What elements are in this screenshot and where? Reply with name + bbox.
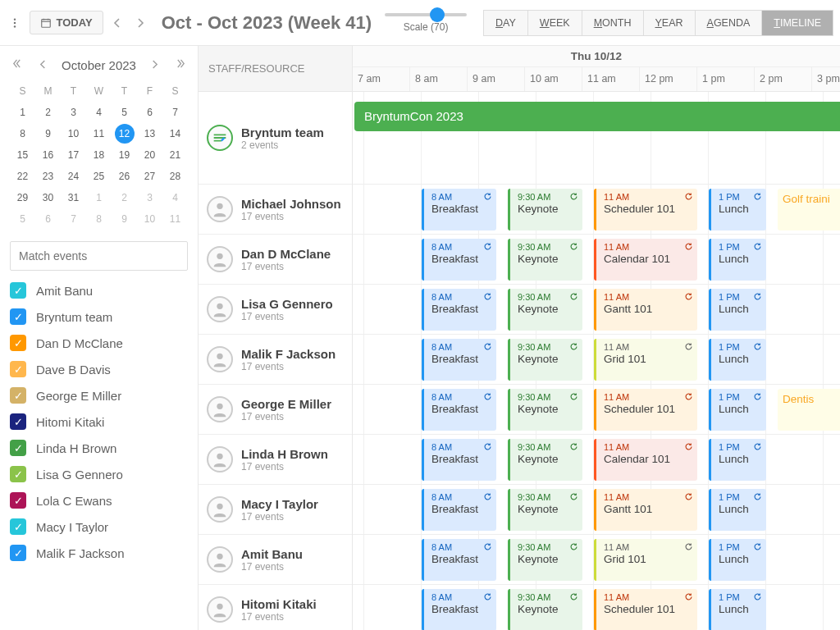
- event[interactable]: 1 PMLunch: [709, 289, 766, 331]
- event[interactable]: 8 AMBreakfast: [422, 539, 496, 581]
- event[interactable]: 11 AMGantt 101: [594, 289, 697, 331]
- view-tab-timeline[interactable]: TIMELINE: [762, 10, 833, 36]
- mini-calendar[interactable]: SMTWTFS123456789101112131415161718192021…: [10, 80, 188, 230]
- event[interactable]: 8 AMBreakfast: [422, 289, 496, 331]
- mini-cal-day[interactable]: 31: [61, 187, 86, 208]
- mini-cal-day[interactable]: 6: [35, 208, 61, 230]
- view-tab-month[interactable]: MONTH: [582, 10, 644, 36]
- mini-cal-day[interactable]: 28: [162, 166, 188, 187]
- event[interactable]: 9:30 AMKeynote: [508, 289, 582, 331]
- resource-row[interactable]: Linda H Brown17 events: [199, 435, 352, 485]
- event[interactable]: 1 PMLunch: [709, 189, 766, 231]
- mini-cal-day[interactable]: 22: [10, 166, 35, 187]
- event[interactable]: 11 AMScheduler 101: [594, 589, 697, 630]
- resource-row[interactable]: Lisa G Gennero17 events: [199, 285, 352, 335]
- mini-cal-day[interactable]: 10: [61, 123, 86, 144]
- event[interactable]: 9:30 AMKeynote: [508, 589, 582, 630]
- resource-row[interactable]: Michael Johnson17 events: [199, 185, 352, 235]
- mini-cal-day[interactable]: 11: [86, 123, 112, 144]
- resource-row[interactable]: Macy I Taylor17 events: [199, 485, 352, 535]
- event[interactable]: 1 PMLunch: [709, 389, 766, 431]
- filter-item[interactable]: Dan D McClane: [10, 335, 188, 351]
- resource-row[interactable]: Dan D McClane17 events: [199, 235, 352, 285]
- menu-button[interactable]: [7, 10, 23, 36]
- mini-cal-day[interactable]: 30: [35, 187, 61, 208]
- event[interactable]: 11 AMScheduler 101: [594, 389, 697, 431]
- mini-cal-day[interactable]: 27: [137, 166, 162, 187]
- prev-year-button[interactable]: [10, 56, 24, 74]
- event[interactable]: 8 AMBreakfast: [422, 189, 496, 231]
- mini-cal-day[interactable]: 8: [10, 123, 35, 144]
- mini-cal-day[interactable]: 13: [137, 123, 162, 144]
- filter-item[interactable]: Linda H Brown: [10, 440, 188, 456]
- filter-item[interactable]: Lola C Ewans: [10, 492, 188, 509]
- mini-cal-day[interactable]: 19: [112, 144, 137, 166]
- mini-cal-day[interactable]: 29: [10, 187, 35, 208]
- mini-cal-day[interactable]: 25: [86, 166, 112, 187]
- view-tab-week[interactable]: WEEK: [528, 10, 582, 36]
- resource-row[interactable]: Amit Banu17 events: [199, 535, 352, 585]
- event[interactable]: Dentis: [778, 389, 840, 431]
- event[interactable]: 8 AMBreakfast: [422, 239, 496, 281]
- event[interactable]: 1 PMLunch: [709, 239, 766, 281]
- event[interactable]: 8 AMBreakfast: [422, 439, 496, 481]
- filter-item[interactable]: Bryntum team: [10, 308, 188, 325]
- event[interactable]: 8 AMBreakfast: [422, 389, 496, 431]
- mini-cal-day-today[interactable]: 12: [115, 124, 135, 144]
- mini-cal-day[interactable]: 16: [35, 144, 61, 166]
- event-bryntumcon[interactable]: BryntumCon 2023: [354, 102, 840, 131]
- filter-item[interactable]: Macy I Taylor: [10, 518, 188, 535]
- event[interactable]: 11 AMGantt 101: [594, 489, 697, 531]
- mini-cal-day[interactable]: 15: [10, 144, 35, 166]
- mini-cal-day[interactable]: 17: [61, 144, 86, 166]
- mini-cal-day[interactable]: 23: [35, 166, 61, 187]
- slider-thumb[interactable]: [430, 7, 445, 22]
- mini-cal-day[interactable]: 5: [10, 208, 35, 230]
- mini-cal-day[interactable]: 7: [61, 208, 86, 230]
- mini-cal-day[interactable]: 2: [35, 102, 61, 123]
- event[interactable]: 8 AMBreakfast: [422, 489, 496, 531]
- event[interactable]: 8 AMBreakfast: [422, 589, 496, 630]
- mini-cal-day[interactable]: 11: [162, 208, 188, 230]
- event[interactable]: Golf traini: [778, 189, 840, 231]
- mini-cal-day[interactable]: 5: [112, 102, 137, 123]
- resource-row[interactable]: George E Miller17 events: [199, 385, 352, 435]
- event[interactable]: 1 PMLunch: [709, 489, 766, 531]
- mini-cal-day[interactable]: 21: [162, 144, 188, 166]
- filter-item[interactable]: Dave B Davis: [10, 361, 188, 377]
- event[interactable]: 11 AMScheduler 101: [594, 189, 697, 231]
- mini-cal-day[interactable]: 24: [61, 166, 86, 187]
- event[interactable]: 9:30 AMKeynote: [508, 489, 582, 531]
- event[interactable]: 9:30 AMKeynote: [508, 189, 582, 231]
- resource-row[interactable]: Malik F Jackson17 events: [199, 335, 352, 385]
- event[interactable]: 9:30 AMKeynote: [508, 439, 582, 481]
- mini-cal-day[interactable]: 18: [86, 144, 112, 166]
- event[interactable]: 9:30 AMKeynote: [508, 389, 582, 431]
- event[interactable]: 1 PMLunch: [709, 439, 766, 481]
- mini-cal-day[interactable]: 7: [162, 102, 188, 123]
- view-tab-day[interactable]: DAY: [483, 10, 528, 36]
- mini-cal-day[interactable]: 6: [137, 102, 162, 123]
- event[interactable]: 11 AMCalendar 101: [594, 439, 697, 481]
- event[interactable]: 1 PMLunch: [709, 339, 766, 381]
- event[interactable]: 9:30 AMKeynote: [508, 239, 582, 281]
- resource-row[interactable]: Hitomi Kitaki17 events: [199, 585, 352, 630]
- event[interactable]: 11 AMGrid 101: [594, 339, 697, 381]
- mini-cal-day[interactable]: 1: [86, 187, 112, 208]
- prev-button[interactable]: [110, 10, 126, 36]
- filter-item[interactable]: George E Miller: [10, 387, 188, 404]
- next-button[interactable]: [132, 10, 148, 36]
- mini-cal-day[interactable]: 26: [112, 166, 137, 187]
- mini-cal-day[interactable]: 20: [137, 144, 162, 166]
- event[interactable]: 11 AMCalendar 101: [594, 239, 697, 281]
- mini-cal-day[interactable]: 3: [137, 187, 162, 208]
- next-month-button[interactable]: [148, 56, 161, 74]
- event[interactable]: 9:30 AMKeynote: [508, 339, 582, 381]
- event[interactable]: 9:30 AMKeynote: [508, 539, 582, 581]
- event[interactable]: 8 AMBreakfast: [422, 339, 496, 381]
- mini-cal-day[interactable]: 1: [10, 102, 35, 123]
- filter-item[interactable]: Amit Banu: [10, 282, 188, 299]
- match-events-input[interactable]: [10, 241, 188, 271]
- resource-row[interactable]: Bryntum team2 events: [199, 92, 352, 185]
- mini-cal-day[interactable]: 2: [112, 187, 137, 208]
